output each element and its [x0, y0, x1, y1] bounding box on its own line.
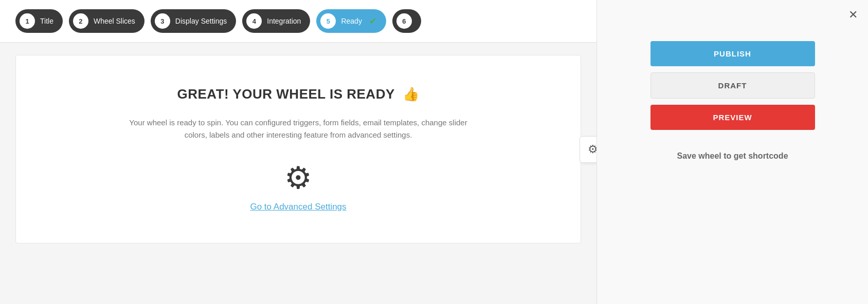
step-display-settings[interactable]: 3 Display Settings — [151, 9, 236, 33]
preview-button[interactable]: PREVIEW — [650, 105, 815, 130]
step-wheel-slices[interactable]: 2 Wheel Slices — [69, 9, 144, 33]
step-label-4: Integration — [267, 17, 301, 25]
thumbs-up-emoji: 👍 — [403, 86, 420, 102]
panel-title: GREAT! YOUR WHEEL IS READY 👍 — [177, 86, 419, 102]
draft-button[interactable]: DRAFT — [650, 72, 815, 99]
close-button[interactable]: ✕ — [848, 8, 858, 22]
step-integration[interactable]: 4 Integration — [242, 9, 310, 33]
panel-description: Your wheel is ready to spin. You can con… — [123, 117, 473, 141]
shortcode-text: Save wheel to get shortcode — [677, 151, 788, 161]
advanced-settings-link[interactable]: Go to Advanced Settings — [250, 202, 346, 212]
right-sidebar: ✕ PUBLISH DRAFT PREVIEW Save wheel to ge… — [596, 0, 868, 304]
check-icon: ✔ — [369, 15, 377, 27]
step-label-1: Title — [40, 17, 53, 25]
step-number-3: 3 — [155, 13, 170, 29]
step-label-2: Wheel Slices — [94, 17, 135, 25]
step-number-4: 4 — [246, 13, 262, 29]
step-6[interactable]: 6 — [392, 9, 421, 33]
steps-navigation: 1 Title 2 Wheel Slices 3 Display Setting… — [0, 0, 596, 43]
step-ready[interactable]: 5 Ready ✔ — [316, 9, 386, 33]
step-label-3: Display Settings — [175, 17, 227, 25]
content-panel: GREAT! YOUR WHEEL IS READY 👍 Your wheel … — [15, 55, 581, 243]
publish-button[interactable]: PUBLISH — [650, 41, 815, 66]
step-number-1: 1 — [20, 13, 35, 29]
step-title[interactable]: 1 Title — [15, 9, 63, 33]
step-label-5: Ready — [341, 17, 361, 25]
step-number-6: 6 — [396, 13, 412, 29]
gear-icon-large: ⚙ — [284, 160, 312, 196]
step-number-5: 5 — [320, 13, 336, 29]
step-number-2: 2 — [73, 13, 88, 29]
